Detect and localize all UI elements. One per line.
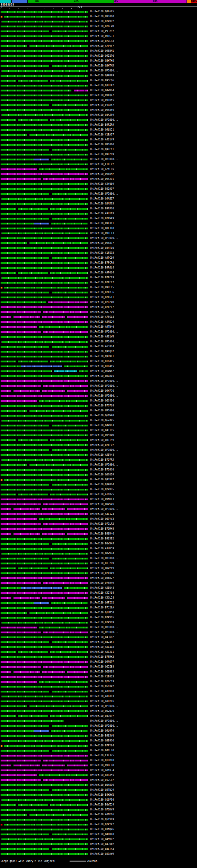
hit-bar-segment[interactable] — [30, 410, 88, 412]
hit-label[interactable]: UniRef100_B0WZJ9 — [90, 802, 114, 807]
hit-bar-segment[interactable] — [1, 223, 34, 224]
hit-label[interactable]: UniRef100_B1Q4C5 — [90, 359, 114, 364]
hit-label[interactable]: UniRef100_B9RFE5 — [90, 285, 114, 290]
hit-bar-segment[interactable] — [1, 50, 88, 52]
hit-label[interactable]: UniRef100_Q9FQ47 — [90, 93, 114, 98]
hit-label[interactable]: UniRef100_UP1000... — [90, 556, 119, 561]
hit-bar-segment[interactable] — [1, 119, 16, 121]
hit-bar-segment[interactable] — [39, 627, 88, 628]
hit-label[interactable]: UniRef100_B7FPJ6 — [90, 290, 114, 295]
hit-label[interactable]: UniRef100_Q6WN62 — [90, 369, 114, 374]
hit-bar-segment[interactable] — [30, 242, 88, 244]
hit-label[interactable]: UniRef100_A0BYF6 — [90, 699, 114, 704]
hit-label[interactable]: UniRef100_B7FWA9 — [90, 216, 114, 221]
hit-bar-segment[interactable] — [67, 508, 88, 510]
hit-bar-segment[interactable] — [1, 469, 88, 471]
hit-bar-segment[interactable] — [4, 287, 88, 288]
hit-bar-segment[interactable] — [1, 40, 88, 42]
hit-bar-segment[interactable] — [30, 134, 88, 136]
hit-label[interactable]: UniRef100_A0BV80 — [90, 689, 114, 694]
hit-bar-segment[interactable] — [1, 592, 88, 594]
hit-bar-segment[interactable] — [1, 656, 88, 658]
hit-bar-segment[interactable] — [1, 765, 11, 766]
hit-label[interactable]: UniRef100_B0X6D6 — [90, 783, 114, 787]
hit-bar-segment[interactable] — [52, 789, 88, 791]
hit-bar-segment[interactable] — [43, 779, 88, 781]
hit-bar-segment[interactable] — [1, 789, 49, 791]
hit-label[interactable]: UniRef100_Q1UM58 — [90, 610, 114, 615]
hit-label[interactable]: UniRef100_Q9U9P9 — [90, 728, 114, 734]
hit-bar-segment[interactable] — [1, 755, 88, 756]
hit-bar-segment[interactable] — [1, 577, 88, 579]
hit-bar-segment[interactable] — [2, 198, 88, 200]
hit-bar-segment[interactable] — [52, 449, 88, 451]
hit-bar-segment[interactable] — [1, 124, 88, 126]
hit-bar-segment[interactable] — [52, 558, 88, 559]
hit-bar-segment[interactable] — [13, 765, 40, 766]
hit-bar-segment[interactable] — [1, 188, 88, 190]
hit-label[interactable]: UniRef100_UP1000... — [90, 379, 119, 384]
hit-label[interactable]: UniRef100_Q26C19 — [90, 679, 114, 684]
hit-label[interactable]: UniRef100_Q9H776 — [90, 389, 114, 394]
hit-label[interactable]: UniRef100_C9UAY2 — [90, 103, 114, 108]
hit-bar-segment[interactable] — [1, 730, 34, 732]
hit-bar-segment[interactable] — [67, 671, 88, 673]
hit-bar-segment[interactable] — [52, 484, 88, 486]
hit-label[interactable]: UniRef100_B4QDC8 — [90, 832, 114, 837]
hit-bar-segment[interactable] — [1, 602, 34, 604]
hit-label[interactable]: UniRef100_B4J6W2 — [90, 842, 114, 847]
hit-label[interactable]: UniRef100_B1Q4Y5 — [90, 364, 114, 369]
hit-bar-segment[interactable] — [42, 508, 65, 510]
hit-bar-segment[interactable] — [43, 760, 88, 762]
hit-label[interactable]: UniRef100_Q29AW9 — [90, 852, 114, 857]
hit-label[interactable]: UniRef100_A7SGL4 — [90, 315, 114, 320]
hit-label[interactable]: UniRef100_Q9TUK5 — [90, 98, 114, 103]
hit-bar-segment[interactable] — [1, 390, 11, 392]
hit-bar-segment[interactable] — [67, 533, 88, 535]
hit-label[interactable]: UniRef100_Q3MJ93 — [90, 202, 114, 206]
hit-label[interactable]: UniRef100_B9TGJ1 — [90, 34, 114, 39]
hit-bar-segment[interactable] — [1, 464, 27, 466]
hit-label[interactable]: UniRef100_B9SVW0 — [90, 433, 114, 438]
hit-label[interactable]: UniRef100_Q6C496 — [90, 398, 114, 403]
hit-label[interactable]: UniRef100_UP1000... — [90, 157, 119, 162]
hit-bar-segment[interactable] — [43, 523, 88, 525]
hit-bar-segment[interactable] — [1, 567, 16, 569]
hit-bar-segment[interactable] — [1, 11, 88, 12]
hit-label[interactable]: UniRef100_Q39864 — [90, 482, 114, 487]
hit-label[interactable]: UniRef100_B7J28A — [90, 606, 114, 610]
hit-bar-segment[interactable] — [2, 622, 88, 623]
hit-bar-segment[interactable] — [13, 390, 40, 392]
hit-bar-segment[interactable] — [1, 80, 16, 82]
hit-label[interactable]: UniRef100_Q43697 — [90, 714, 114, 719]
hit-label[interactable]: UniRef100_UP1000... — [90, 191, 119, 196]
hit-label[interactable]: UniRef100_Q5TNJ9 — [90, 787, 114, 793]
hit-bar-segment[interactable] — [1, 149, 49, 151]
hit-label[interactable]: UniRef100_UP1000... — [90, 507, 119, 512]
hit-bar-segment[interactable] — [1, 814, 27, 816]
hit-bar-segment[interactable] — [2, 341, 88, 343]
hit-bar-segment[interactable] — [1, 425, 49, 427]
hit-label[interactable]: UniRef100_A9TN40 — [90, 324, 114, 330]
hit-bar-segment[interactable] — [39, 774, 88, 776]
hit-bar-segment[interactable] — [52, 65, 88, 67]
hit-label[interactable]: UniRef100_UP1000... — [90, 723, 119, 728]
hit-label[interactable]: UniRef100_B7FCR9 — [90, 275, 114, 280]
hit-bar-segment[interactable] — [1, 203, 88, 205]
hit-bar-segment[interactable] — [18, 119, 48, 121]
hit-bar-segment[interactable] — [1, 449, 49, 451]
hit-bar-segment[interactable] — [30, 612, 88, 614]
hit-label[interactable]: UniRef100_Q3HTL0 — [90, 246, 114, 251]
hit-bar-segment[interactable] — [1, 484, 49, 486]
hit-bar-segment[interactable] — [1, 247, 88, 249]
hit-bar-segment[interactable] — [1, 163, 88, 165]
hit-bar-segment[interactable] — [18, 494, 48, 495]
hit-label[interactable]: UniRef100_Q43682 — [90, 635, 114, 640]
hit-bar-segment[interactable] — [1, 134, 27, 136]
hit-bar-segment[interactable] — [54, 370, 77, 372]
hit-bar-segment[interactable] — [1, 617, 88, 619]
hit-bar-segment[interactable] — [50, 567, 88, 569]
hit-bar-segment[interactable] — [1, 498, 88, 500]
hit-bar-segment[interactable] — [52, 834, 88, 835]
hit-label[interactable]: UniRef100_B3NQV6 — [90, 827, 114, 832]
